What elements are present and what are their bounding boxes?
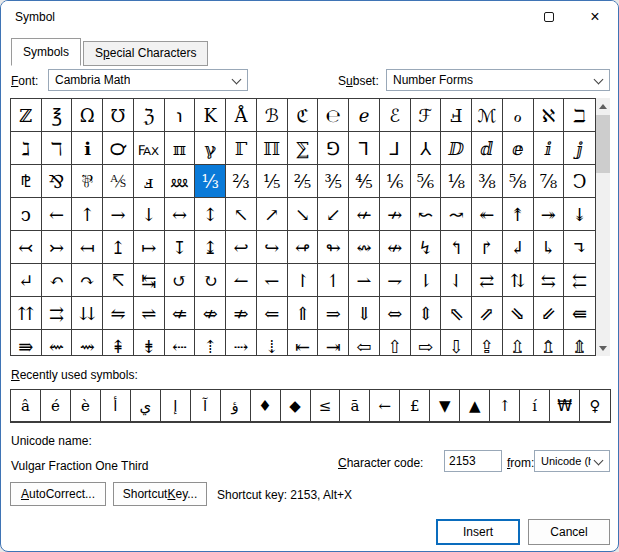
symbol-cell[interactable]: ↠ xyxy=(534,198,565,231)
symbol-cell[interactable]: ↰ xyxy=(441,231,472,264)
symbol-cell[interactable]: ℹ xyxy=(72,132,103,165)
recent-symbol-cell[interactable]: آ xyxy=(191,390,221,422)
symbol-cell[interactable]: ⇍ xyxy=(165,297,196,330)
symbol-cell[interactable]: ℺ xyxy=(103,132,134,165)
symbol-cell[interactable]: ⇣ xyxy=(257,330,288,356)
symbol-cell[interactable]: K xyxy=(195,99,226,132)
symbol-cell[interactable]: ℾ xyxy=(226,132,257,165)
symbol-cell[interactable]: ↷ xyxy=(72,264,103,297)
symbol-cell[interactable]: ↶ xyxy=(42,264,73,297)
symbol-cell[interactable]: ℸ xyxy=(42,132,73,165)
symbol-cell[interactable]: ⇁ xyxy=(380,264,411,297)
symbol-cell[interactable]: ⇏ xyxy=(226,297,257,330)
recent-symbol-cell[interactable]: â xyxy=(11,390,41,422)
symbol-cell[interactable]: ↝ xyxy=(441,198,472,231)
autocorrect-button[interactable]: AutoCorrect... xyxy=(10,482,106,506)
symbol-cell[interactable]: ↡ xyxy=(564,198,595,231)
symbol-cell[interactable]: ↤ xyxy=(72,231,103,264)
from-combobox[interactable]: Unicode (hex) xyxy=(534,450,610,472)
symbol-cell[interactable]: ↻ xyxy=(195,264,226,297)
symbol-cell[interactable]: ↘ xyxy=(288,198,319,231)
recent-symbol-cell[interactable]: ♀ xyxy=(580,390,610,422)
symbol-cell[interactable]: ⅓ xyxy=(195,165,226,198)
symbol-cell[interactable]: ⅏ xyxy=(165,165,196,198)
symbol-cell[interactable]: Ω xyxy=(72,99,103,132)
symbol-cell[interactable]: ⇢ xyxy=(226,330,257,356)
symbol-cell[interactable]: ℼ xyxy=(165,132,196,165)
insert-button[interactable]: Insert xyxy=(436,519,520,545)
symbol-cell[interactable]: Å xyxy=(226,99,257,132)
symbol-cell[interactable]: ↱ xyxy=(472,231,503,264)
symbol-cell[interactable]: ⅎ xyxy=(134,165,165,198)
symbol-cell[interactable]: ⅁ xyxy=(318,132,349,165)
symbol-cell[interactable]: ⇉ xyxy=(42,297,73,330)
recent-symbol-cell[interactable]: ↑ xyxy=(490,390,520,422)
shortcut-key-button[interactable]: Shortcut Key... xyxy=(113,482,207,506)
symbol-cell[interactable]: ⇇ xyxy=(564,264,595,297)
symbol-cell[interactable]: ⇑ xyxy=(288,297,319,330)
symbol-cell[interactable]: ⅈ xyxy=(534,132,565,165)
symbol-cell[interactable]: ⇀ xyxy=(349,264,380,297)
recent-symbol-cell[interactable]: ≤ xyxy=(311,390,341,422)
symbol-cell[interactable]: ↚ xyxy=(349,198,380,231)
symbol-cell[interactable]: ⅞ xyxy=(534,165,565,198)
recent-symbol-cell[interactable]: è xyxy=(71,390,101,422)
symbol-cell[interactable]: ⇋ xyxy=(103,297,134,330)
symbol-cell[interactable]: ⇧ xyxy=(380,330,411,356)
symbol-cell[interactable]: ⅌ xyxy=(72,165,103,198)
symbol-cell[interactable]: ⅊ xyxy=(11,165,42,198)
symbol-cell[interactable]: ⇨ xyxy=(411,330,442,356)
symbol-cell[interactable]: ⇂ xyxy=(411,264,442,297)
symbol-cell[interactable]: ⇅ xyxy=(503,264,534,297)
font-combobox[interactable]: Cambria Math xyxy=(48,69,248,91)
symbol-cell[interactable]: ↺ xyxy=(165,264,196,297)
tab-special-characters[interactable]: Special Characters xyxy=(83,41,208,66)
symbol-cell[interactable]: ℻ xyxy=(134,132,165,165)
symbol-cell[interactable]: Ⅎ xyxy=(441,99,472,132)
symbol-cell[interactable]: ⇊ xyxy=(72,297,103,330)
symbol-cell[interactable]: ⅙ xyxy=(380,165,411,198)
symbol-cell[interactable]: ↧ xyxy=(165,231,196,264)
recent-symbol-cell[interactable]: í xyxy=(520,390,550,422)
symbol-cell[interactable]: ⇛ xyxy=(11,330,42,356)
symbol-cell[interactable]: ⇙ xyxy=(534,297,565,330)
symbol-cell[interactable]: ⅜ xyxy=(472,165,503,198)
maximize-button[interactable] xyxy=(526,1,572,33)
symbol-cell[interactable]: ⅉ xyxy=(564,132,595,165)
grid-scrollbar[interactable] xyxy=(596,98,610,356)
symbol-cell[interactable]: ℧ xyxy=(103,99,134,132)
symbol-cell[interactable]: ℵ xyxy=(534,99,565,132)
cancel-button[interactable]: Cancel xyxy=(528,519,610,545)
symbol-cell[interactable]: ⇆ xyxy=(534,264,565,297)
symbol-cell[interactable]: ⅅ xyxy=(441,132,472,165)
symbol-cell[interactable]: ↫ xyxy=(288,231,319,264)
symbol-cell[interactable]: ⇐ xyxy=(257,297,288,330)
symbol-cell[interactable]: ⇦ xyxy=(349,330,380,356)
symbol-cell[interactable]: ⇗ xyxy=(472,297,503,330)
symbol-cell[interactable]: ⅝ xyxy=(503,165,534,198)
symbol-cell[interactable]: ℽ xyxy=(195,132,226,165)
symbol-cell[interactable]: ⅃ xyxy=(380,132,411,165)
symbol-cell[interactable]: ↯ xyxy=(411,231,442,264)
symbol-cell[interactable]: ↨ xyxy=(195,231,226,264)
symbol-cell[interactable]: ↹ xyxy=(134,264,165,297)
symbol-cell[interactable]: ⇪ xyxy=(472,330,503,356)
recent-symbol-cell[interactable]: £ xyxy=(400,390,430,422)
symbol-cell[interactable]: ↽ xyxy=(257,264,288,297)
recent-symbol-cell[interactable]: ؤ xyxy=(221,390,251,422)
symbol-cell[interactable]: ⇖ xyxy=(441,297,472,330)
symbol-cell[interactable]: ⇬ xyxy=(534,330,565,356)
symbol-cell[interactable]: ⅘ xyxy=(349,165,380,198)
symbol-cell[interactable]: ⇭ xyxy=(564,330,595,356)
symbol-cell[interactable]: ⇓ xyxy=(349,297,380,330)
symbol-cell[interactable]: ↴ xyxy=(564,231,595,264)
symbol-cell[interactable]: ↸ xyxy=(103,264,134,297)
tab-symbols[interactable]: Symbols xyxy=(11,38,81,66)
symbol-cell[interactable]: ⅆ xyxy=(472,132,503,165)
symbol-cell[interactable]: ⇄ xyxy=(472,264,503,297)
close-button[interactable]: × xyxy=(572,1,618,33)
symbol-cell[interactable]: ⇡ xyxy=(195,330,226,356)
symbol-cell[interactable]: ℯ xyxy=(349,99,380,132)
symbol-cell[interactable]: ↙ xyxy=(318,198,349,231)
symbol-cell[interactable]: ℮ xyxy=(318,99,349,132)
